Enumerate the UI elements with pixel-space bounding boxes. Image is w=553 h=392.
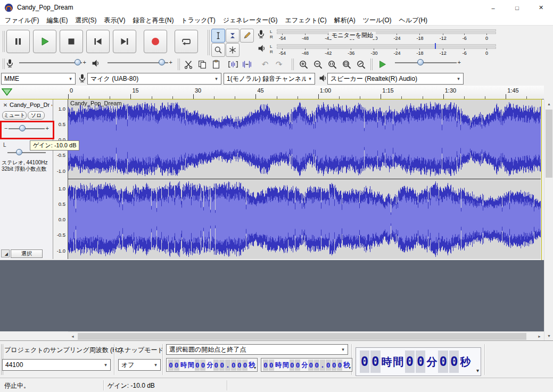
selection-end-field[interactable]: 00時間00分00.000秒 ▾ <box>261 358 352 372</box>
toolbar-grip[interactable] <box>292 59 294 70</box>
menu-item[interactable]: ジェネレーター(G) <box>219 15 282 26</box>
toolbar-grip[interactable] <box>3 59 5 69</box>
paste-button[interactable] <box>210 58 222 71</box>
maximize-button[interactable]: □ <box>505 0 529 15</box>
selection-range-mode-select[interactable]: 選択範囲の開始点と終了点 ▾ <box>166 344 348 355</box>
track-collapse-button[interactable]: ◢ <box>1 249 10 257</box>
zoom-in-button[interactable] <box>297 58 310 71</box>
menu-item[interactable]: 録音と再生(N) <box>129 15 177 26</box>
gain-slider-thumb[interactable] <box>19 125 26 131</box>
zoom-out-button[interactable] <box>311 58 324 71</box>
slider-thumb[interactable] <box>75 59 81 65</box>
sample-rate-select[interactable]: 44100 ▾ <box>2 359 111 371</box>
silence-audio-button[interactable] <box>241 58 253 71</box>
sample-rate-value: 44100 <box>5 361 23 369</box>
zoom-toggle-button[interactable] <box>354 58 367 71</box>
waveform-right-channel[interactable] <box>68 179 541 259</box>
menu-item[interactable]: 表示(V) <box>100 15 129 26</box>
recording-device-select[interactable]: マイク (UAB-80) ▾ <box>87 73 221 85</box>
undo-button[interactable]: ↶ <box>259 58 271 71</box>
play-button[interactable] <box>33 30 56 53</box>
record-button[interactable] <box>144 30 167 53</box>
scroll-up-arrow[interactable]: ▲ <box>544 99 553 109</box>
audio-position-display[interactable]: 00時間00分00秒 ▾ <box>356 347 481 376</box>
playback-volume-slider[interactable]: + <box>103 59 172 67</box>
gain-slider[interactable]: − + <box>4 124 49 133</box>
recording-meter[interactable]: L R -54-48-42-36-30-24-18-12-60 モニターを開始 <box>257 28 498 42</box>
redo-button[interactable]: ↷ <box>273 58 285 71</box>
track-name-menu[interactable]: Candy_Pop_Dr▼ <box>10 102 52 108</box>
timeline-ruler[interactable]: 01530451:001:151:301:45 <box>0 86 544 99</box>
solo-button[interactable]: ソロ <box>28 111 45 120</box>
close-button[interactable]: ✕ <box>529 0 553 15</box>
waveform-display[interactable]: Candy_Pop_Dream <box>68 99 541 259</box>
menu-item[interactable]: ツール(O) <box>359 15 395 26</box>
scroll-left-arrow[interactable]: ◄ <box>68 332 77 341</box>
cut-button[interactable] <box>182 58 195 71</box>
track-close-button[interactable]: ✕ <box>2 101 9 109</box>
multi-tool-button[interactable] <box>226 43 240 57</box>
menu-item[interactable]: 編集(E) <box>43 15 71 26</box>
meter-scale-tick: 0 <box>485 36 488 41</box>
snap-mode-select[interactable]: オフ ▾ <box>118 359 161 371</box>
recording-volume-slider[interactable]: + <box>15 59 86 67</box>
fit-selection-button[interactable] <box>326 58 339 71</box>
mute-button[interactable]: ミュート <box>2 111 27 120</box>
scroll-down-arrow[interactable]: ▼ <box>544 331 553 340</box>
horizontal-scrollbar-thumb[interactable] <box>78 333 526 340</box>
toolbar-grip[interactable] <box>178 59 180 70</box>
meter-scale-tick: -48 <box>302 51 309 56</box>
menu-item[interactable]: 選択(S) <box>71 15 100 26</box>
time-char: 0 <box>326 360 331 371</box>
divider <box>484 344 485 375</box>
menu-item[interactable]: トラック(T) <box>177 15 219 26</box>
timeline-tick <box>214 96 214 99</box>
horizontal-scrollbar[interactable]: ◄ ► <box>68 331 544 340</box>
menu-item[interactable]: ヘルプ(H) <box>395 15 432 26</box>
envelope-tool-button[interactable] <box>226 29 240 43</box>
stop-button[interactable] <box>60 30 83 53</box>
skip-to-end-button[interactable] <box>113 30 136 53</box>
menu-item[interactable]: エフェクト(C) <box>282 15 331 26</box>
trim-audio-button[interactable] <box>227 58 240 71</box>
chevron-down-icon: ▾ <box>455 74 463 84</box>
play-at-speed-button[interactable] <box>376 58 389 71</box>
toolbar-grip[interactable] <box>370 59 373 70</box>
minimize-button[interactable]: – <box>481 0 505 15</box>
draw-tool-button[interactable] <box>240 29 254 43</box>
track-select-button[interactable]: 選択 <box>11 249 43 258</box>
skip-to-start-button[interactable] <box>86 30 110 53</box>
play-speed-slider[interactable]: + <box>391 59 461 67</box>
fit-project-button[interactable] <box>340 58 353 71</box>
plus-icon: + <box>169 59 172 66</box>
amplitude-ruler[interactable]: 1.00.50.0-0.5-1.0 1.00.50.0-0.5-1.0 <box>53 99 68 259</box>
scroll-right-arrow[interactable]: ► <box>535 332 544 341</box>
menu-item[interactable]: ファイル(F) <box>1 15 43 26</box>
vertical-scrollbar[interactable]: ▲ ▼ <box>544 99 553 340</box>
loop-button[interactable] <box>175 30 198 53</box>
menu-item[interactable]: 解析(A) <box>331 15 359 26</box>
waveform-left-channel[interactable] <box>68 99 541 179</box>
playback-device-select[interactable]: スピーカー (Realtek(R) Audio) ▾ <box>327 73 464 85</box>
zoom-tool-button[interactable] <box>211 43 225 57</box>
slider-thumb[interactable] <box>159 59 165 65</box>
toolbar-grip[interactable] <box>208 30 210 55</box>
copy-button[interactable] <box>196 58 209 71</box>
pinned-play-head-button[interactable] <box>2 88 12 97</box>
monitor-start-label[interactable]: モニターを開始 <box>329 31 376 39</box>
time-char: 0 <box>213 360 219 371</box>
timeline-scale[interactable]: 01530451:001:151:301:45 <box>68 86 541 99</box>
audio-host-select[interactable]: MME ▾ <box>1 73 76 85</box>
toolbar-grip[interactable] <box>3 31 5 52</box>
playback-meter[interactable]: L R -54-48-42-36-30-24-18-12-60 <box>257 43 498 57</box>
selection-tool-button[interactable] <box>211 29 225 43</box>
time-char: 0 <box>237 360 242 371</box>
selection-start-field[interactable]: 00時間00分00.000秒 ▾ <box>166 358 258 372</box>
recording-channels-select[interactable]: 1(モノラル) 録音チャンネル ▾ <box>224 73 315 85</box>
pan-slider-thumb[interactable] <box>16 149 22 155</box>
vertical-scrollbar-thumb[interactable] <box>546 110 552 178</box>
slider-thumb[interactable] <box>417 59 424 65</box>
amplitude-label: 0.5 <box>59 122 65 127</box>
pause-button[interactable] <box>6 30 30 53</box>
sample-rate-label: プロジェクトのサンプリング周波数 (Hz) <box>4 346 122 355</box>
